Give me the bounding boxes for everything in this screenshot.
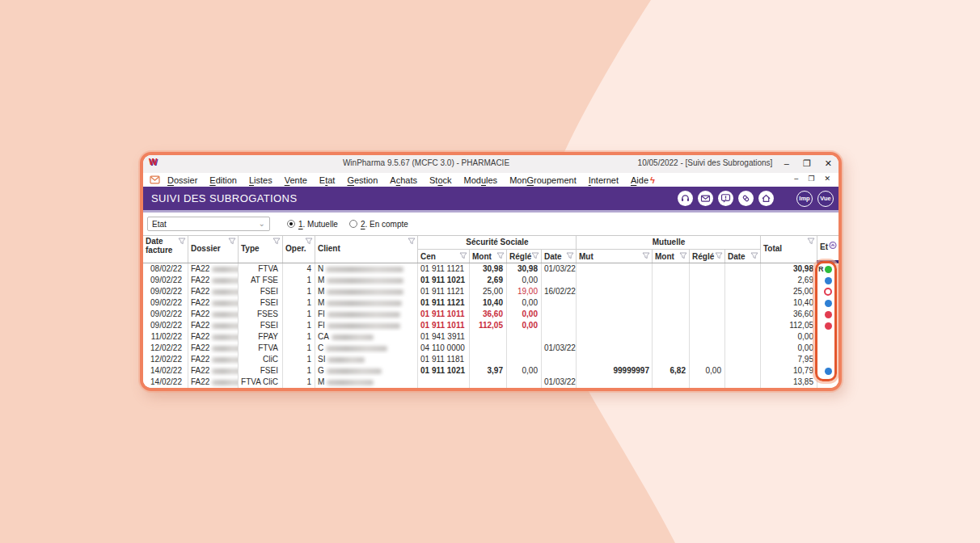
table-row[interactable]: 09/02/22FA22FSEI1FI01 911 1011112,050,00… [143, 320, 838, 331]
filter-funnel-icon[interactable] [228, 238, 236, 245]
cell-cen: 01 911 1011 [417, 309, 469, 320]
filter-funnel-icon[interactable] [642, 252, 650, 259]
cell-total: 0,00 [760, 343, 817, 354]
column-header-mut-mont[interactable]: Mont [652, 250, 689, 263]
filter-funnel-icon[interactable] [178, 238, 186, 245]
radio-mutuelle[interactable]: 1. Mutuelle [287, 220, 338, 229]
vue-button[interactable]: Vue [817, 191, 834, 207]
table-row[interactable]: 09/02/22FA22FSES1FI01 911 101136,600,003… [143, 309, 838, 320]
table-row[interactable]: 09/02/22FA22FSEI1M01 911 112110,400,0010… [143, 297, 838, 309]
column-header-oper[interactable]: Oper. [282, 236, 315, 263]
table-row[interactable]: 12/02/22FA22CliC1SI01 911 11817,95 [143, 354, 838, 365]
menu-item-internet[interactable]: Internet [589, 175, 619, 185]
cell-ss-regle: 0,00 [506, 309, 541, 320]
filter-funnel-icon[interactable] [750, 252, 758, 259]
client-redacted-blur [326, 267, 403, 272]
cell-mut-mont [652, 286, 689, 297]
menu-item-achats[interactable]: Achats [390, 175, 417, 185]
cell-ss-date [541, 275, 576, 286]
table-row[interactable]: 08/02/22FA22FTVA4N01 911 112130,9830,980… [143, 263, 838, 275]
menu-item-etat[interactable]: Etat [319, 175, 336, 185]
cell-total: 2,69 [760, 275, 817, 286]
filter-funnel-icon[interactable] [807, 238, 815, 245]
column-header-et[interactable]: Et [817, 236, 838, 263]
filter-row: Etat ⌄ 1. Mutuelle 2. En compte [143, 213, 838, 235]
home-icon[interactable] [758, 191, 774, 206]
mail-icon[interactable] [698, 191, 713, 206]
cell-client: SI [315, 354, 417, 365]
etat-select[interactable]: Etat ⌄ [147, 217, 270, 231]
close-button[interactable]: ✕ [825, 158, 832, 169]
cell-mut-regle [689, 331, 724, 343]
menu-item-stock[interactable]: Stock [429, 175, 452, 185]
cell-cen: 01 911 1021 [417, 275, 469, 286]
column-header-mut-date[interactable]: Date [724, 250, 760, 263]
table-row[interactable]: 14/02/22FA22FSEI1G01 911 10213,970,00999… [143, 365, 838, 377]
filter-funnel-icon[interactable] [679, 252, 687, 259]
mdi-minimize-button[interactable]: – [794, 175, 798, 183]
pill-icon[interactable] [738, 191, 754, 206]
mdi-close-button[interactable]: ✕ [824, 175, 830, 183]
column-header-type[interactable]: Type [238, 236, 282, 263]
menu-item-vente[interactable]: Vente [285, 175, 307, 185]
mail-menu-icon[interactable] [150, 175, 160, 184]
dossier-visible-prefix: FA22 [191, 309, 209, 318]
cell-mut-date [724, 286, 760, 297]
column-header-client[interactable]: Client [315, 236, 417, 263]
restore-button[interactable]: ❐ [803, 158, 811, 169]
minimize-button[interactable]: – [784, 158, 789, 169]
table-row[interactable]: 12/02/22FA22FTVA1C04 110 000001/03/220,0… [143, 343, 838, 354]
cell-ss-date: 01/03/22 [541, 343, 576, 354]
cell-ss-date [541, 354, 576, 365]
menu-item-gestion[interactable]: Gestion [347, 175, 378, 185]
menu-item-edition[interactable]: Edition [209, 175, 237, 185]
menu-item-aide[interactable]: Aideϟ [631, 175, 655, 185]
cell-type: FSEI [238, 286, 282, 297]
column-header-ss-mont[interactable]: Mont [469, 250, 506, 263]
cell-et-status: R [817, 263, 838, 275]
column-header-mut[interactable]: Mut [576, 250, 652, 263]
cell-type: FSEI [238, 365, 282, 377]
status-dot-red [825, 311, 832, 318]
cell-mut-regle [689, 343, 724, 354]
table-row[interactable]: 09/02/22FA22FSEI1M01 911 112125,0019,001… [143, 286, 838, 297]
client-redacted-blur [327, 323, 400, 329]
cell-mut-mont: 6,82 [652, 365, 689, 377]
filter-funnel-icon[interactable] [459, 252, 467, 259]
column-header-date-facture[interactable]: Date facture [143, 236, 188, 263]
cell-cen [417, 377, 469, 388]
column-header-total[interactable]: Total [760, 236, 817, 263]
menu-item-dossier[interactable]: Dossier [167, 175, 197, 185]
column-header-dossier[interactable]: Dossier [188, 236, 238, 263]
filter-funnel-icon[interactable] [408, 238, 416, 245]
client-visible-prefix: FI [318, 321, 325, 330]
column-header-ss-cen[interactable]: Cen [417, 250, 469, 263]
menu-item-listes[interactable]: Listes [249, 175, 272, 185]
filter-funnel-icon[interactable] [305, 238, 313, 245]
imp-button[interactable]: Imp [796, 191, 813, 207]
filter-funnel-icon[interactable] [566, 252, 574, 259]
et-status-icon[interactable] [829, 241, 837, 250]
table-row[interactable]: 09/02/22FA22AT FSE1M01 911 10212,690,002… [143, 275, 838, 286]
filter-funnel-icon[interactable] [715, 252, 723, 259]
headset-icon[interactable] [678, 191, 693, 206]
status-dot-blue [825, 277, 832, 284]
mdi-restore-button[interactable]: ❐ [808, 175, 814, 183]
chat-icon[interactable] [718, 191, 733, 206]
chevron-down-icon: ⌄ [259, 221, 265, 227]
table-row[interactable]: 11/02/22FA22FPAY1CA01 941 39110,00 [143, 331, 838, 343]
radio-en-compte[interactable]: 2. En compte [349, 220, 408, 229]
menu-item-mongroupement[interactable]: MonGroupement [509, 175, 577, 185]
filter-funnel-icon[interactable] [531, 252, 539, 259]
column-header-mut-regle[interactable]: Réglé [689, 250, 724, 263]
column-header-ss-regle[interactable]: Réglé [506, 250, 541, 263]
client-visible-prefix: C [318, 343, 323, 352]
table-row[interactable]: 14/02/22FA22FTVA CliC1M01/03/2213,85 [143, 377, 838, 388]
filter-funnel-icon[interactable] [496, 252, 505, 259]
menu-item-modules[interactable]: Modules [464, 175, 498, 185]
column-header-ss-date[interactable]: Date [541, 250, 576, 263]
cell-mut-date [724, 275, 760, 286]
cell-client: N [315, 263, 417, 275]
filter-funnel-icon[interactable] [272, 238, 281, 245]
dossier-visible-prefix: FA22 [191, 332, 209, 341]
